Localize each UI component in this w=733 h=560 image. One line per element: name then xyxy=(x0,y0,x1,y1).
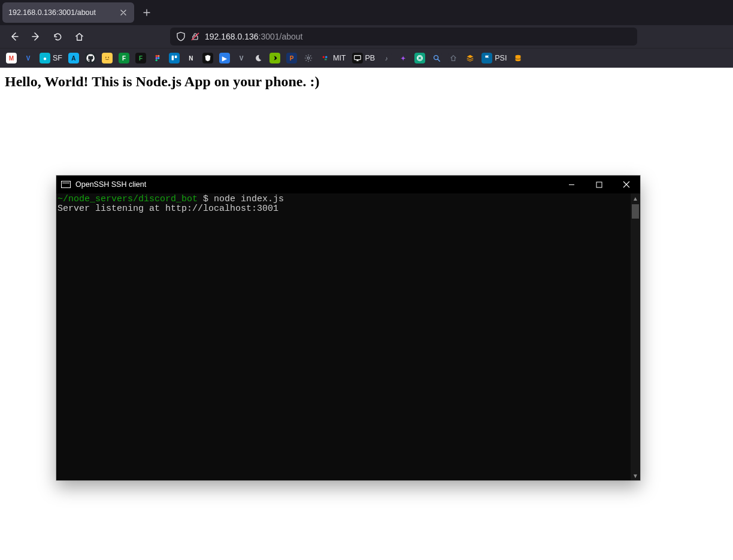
bookmark-feedly[interactable]: F xyxy=(135,53,146,63)
bookmark-psi[interactable]: PSI xyxy=(481,53,507,63)
bookmarks-bar: MV●SFAFFN▶VPMITPB♪✦PSI xyxy=(0,48,733,68)
svg-point-2 xyxy=(104,55,111,62)
svg-rect-12 xyxy=(175,56,177,58)
bookmark-label: PB xyxy=(365,54,375,62)
bookmark-emoji[interactable] xyxy=(102,53,113,63)
bookmark-brave[interactable] xyxy=(202,53,213,63)
back-button[interactable] xyxy=(6,28,23,45)
bookmark-gmail[interactable]: M xyxy=(6,53,17,63)
page-heading: Hello, World! This is Node.js App on you… xyxy=(5,74,728,90)
svg-point-6 xyxy=(157,55,160,57)
terminal-scrollbar[interactable]: ▲ ▼ xyxy=(631,193,640,480)
minimize-icon xyxy=(568,181,575,188)
svg-rect-11 xyxy=(172,56,174,60)
bookmark-settings[interactable] xyxy=(303,53,314,63)
bookmark-vite[interactable]: V xyxy=(236,53,247,63)
tab-title: 192.168.0.136:3001/about xyxy=(8,8,114,17)
bookmark-trello[interactable] xyxy=(169,53,180,63)
terminal-command: node index.js xyxy=(214,194,284,204)
svg-rect-18 xyxy=(354,56,361,60)
terminal-output: Server listening at http://localhost:300… xyxy=(57,204,278,214)
svg-point-16 xyxy=(325,56,328,59)
reload-button[interactable] xyxy=(49,28,66,45)
close-icon xyxy=(120,9,127,16)
home-button[interactable] xyxy=(71,28,87,45)
bookmark-openai[interactable] xyxy=(414,53,425,63)
bookmark-stack[interactable] xyxy=(465,53,475,63)
bookmark-github[interactable] xyxy=(85,53,96,63)
browser-chrome: 192.168.0.136:3001/about xyxy=(0,0,733,68)
svg-point-15 xyxy=(323,56,325,59)
url-path: :3001/about xyxy=(259,32,303,41)
bookmark-home[interactable] xyxy=(448,53,459,63)
window-maximize-button[interactable] xyxy=(585,175,613,193)
svg-rect-17 xyxy=(325,59,327,60)
terminal-app-icon xyxy=(61,181,71,188)
scroll-down-button[interactable]: ▼ xyxy=(631,471,640,480)
terminal-prompt-symbol: $ xyxy=(198,194,214,204)
bookmark-spark[interactable]: ✦ xyxy=(398,53,408,63)
svg-point-9 xyxy=(155,59,157,62)
svg-point-4 xyxy=(108,57,109,58)
nav-toolbar: 192.168.0.136:3001/about xyxy=(0,25,733,48)
terminal-title: OpenSSH SSH client xyxy=(75,180,558,189)
window-close-button[interactable] xyxy=(613,175,640,193)
bookmark-mit[interactable]: MIT xyxy=(320,53,346,63)
bookmark-nvidia[interactable] xyxy=(269,53,280,63)
bookmark-notion[interactable]: N xyxy=(186,53,196,63)
bookmark-forem[interactable]: F xyxy=(119,53,129,63)
new-tab-button[interactable] xyxy=(138,4,156,22)
plus-icon xyxy=(143,8,151,17)
terminal-prompt-path: ~/node_servers/discord_bot xyxy=(57,194,198,204)
arrow-right-icon xyxy=(31,31,41,42)
svg-point-3 xyxy=(105,57,107,58)
terminal-window[interactable]: OpenSSH SSH client ~/node_servers/discor… xyxy=(56,175,640,480)
svg-point-14 xyxy=(307,57,310,59)
bookmark-send[interactable]: ▶ xyxy=(219,53,230,63)
page-viewport: Hello, World! This is Node.js App on you… xyxy=(0,74,733,560)
mit-icon xyxy=(320,53,331,63)
psi-icon xyxy=(481,53,492,63)
browser-tab[interactable]: 192.168.0.136:3001/about xyxy=(2,2,134,23)
bookmark-music[interactable]: ♪ xyxy=(381,53,392,63)
bookmark-db[interactable] xyxy=(513,53,523,63)
scroll-up-button[interactable]: ▲ xyxy=(631,193,640,203)
maximize-icon xyxy=(596,181,602,188)
svg-point-8 xyxy=(157,57,160,59)
window-minimize-button[interactable] xyxy=(558,175,585,193)
reload-icon xyxy=(53,32,63,42)
bookmark-search[interactable] xyxy=(431,53,442,63)
terminal-titlebar[interactable]: OpenSSH SSH client xyxy=(56,175,640,193)
tab-close-button[interactable] xyxy=(119,8,128,17)
url-host: 192.168.0.136 xyxy=(205,32,259,41)
arrow-left-icon xyxy=(9,31,20,42)
address-bar[interactable]: 192.168.0.136:3001/about xyxy=(170,28,637,46)
close-icon xyxy=(623,181,630,188)
bookmark-pnet[interactable]: P xyxy=(286,53,297,63)
forward-button[interactable] xyxy=(28,28,44,45)
bookmark-pb[interactable]: PB xyxy=(352,53,375,63)
sf-icon: ● xyxy=(40,53,50,63)
bookmark-figma[interactable] xyxy=(152,53,163,63)
svg-rect-23 xyxy=(596,182,602,187)
pb-icon xyxy=(352,53,363,63)
shield-icon xyxy=(176,32,186,41)
bookmark-label: PSI xyxy=(495,54,507,62)
home-icon xyxy=(74,32,84,42)
bookmark-label: MIT xyxy=(333,54,346,62)
tab-strip: 192.168.0.136:3001/about xyxy=(0,0,733,25)
bookmark-artstation[interactable]: A xyxy=(68,53,79,63)
bookmark-moon[interactable] xyxy=(253,53,263,63)
url-text: 192.168.0.136:3001/about xyxy=(205,32,303,41)
terminal-body[interactable]: ~/node_servers/discord_bot $ node index.… xyxy=(56,193,631,480)
insecure-lock-icon xyxy=(190,32,200,41)
bookmark-sf[interactable]: ●SF xyxy=(40,53,62,63)
svg-point-7 xyxy=(155,57,157,59)
bookmark-vscode[interactable]: V xyxy=(23,53,34,63)
svg-point-5 xyxy=(155,55,157,57)
bookmark-label: SF xyxy=(53,54,62,62)
scroll-thumb[interactable] xyxy=(632,204,639,219)
